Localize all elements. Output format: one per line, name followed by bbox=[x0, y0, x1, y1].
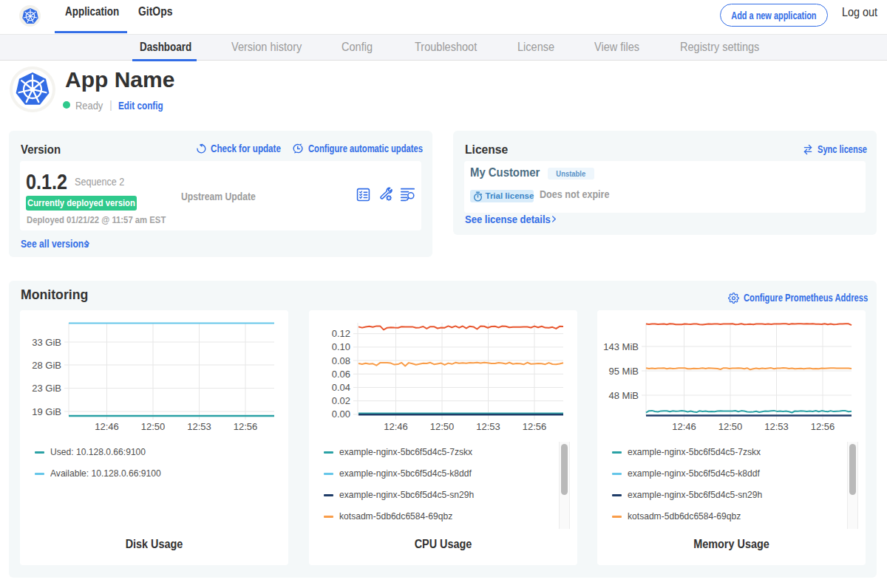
svg-text:12:50: 12:50 bbox=[141, 421, 166, 432]
svg-text:0.10: 0.10 bbox=[332, 341, 350, 352]
svg-text:12:56: 12:56 bbox=[811, 421, 835, 432]
svg-text:12:53: 12:53 bbox=[476, 421, 500, 432]
svg-text:12:46: 12:46 bbox=[672, 421, 696, 432]
svg-text:12:46: 12:46 bbox=[95, 421, 119, 432]
svg-text:12:56: 12:56 bbox=[523, 421, 547, 432]
svg-text:0.12: 0.12 bbox=[332, 328, 350, 339]
svg-text:0.08: 0.08 bbox=[332, 355, 350, 366]
svg-text:48 MiB: 48 MiB bbox=[609, 390, 639, 401]
svg-text:23 GiB: 23 GiB bbox=[32, 383, 61, 394]
svg-text:0.06: 0.06 bbox=[332, 369, 350, 380]
svg-text:28 GiB: 28 GiB bbox=[32, 360, 61, 371]
svg-text:12:50: 12:50 bbox=[430, 421, 455, 432]
svg-text:0.02: 0.02 bbox=[332, 395, 350, 406]
svg-text:12:53: 12:53 bbox=[764, 421, 789, 432]
svg-text:12:56: 12:56 bbox=[234, 421, 258, 432]
svg-text:0.00: 0.00 bbox=[332, 408, 350, 420]
svg-text:143 MiB: 143 MiB bbox=[603, 341, 639, 352]
svg-text:33 GiB: 33 GiB bbox=[32, 337, 61, 348]
svg-text:12:53: 12:53 bbox=[187, 421, 211, 432]
svg-text:12:46: 12:46 bbox=[384, 421, 408, 432]
svg-text:19 GiB: 19 GiB bbox=[32, 406, 61, 417]
svg-text:12:50: 12:50 bbox=[718, 421, 743, 432]
svg-text:0.04: 0.04 bbox=[332, 382, 350, 393]
svg-text:95 MiB: 95 MiB bbox=[609, 366, 639, 377]
